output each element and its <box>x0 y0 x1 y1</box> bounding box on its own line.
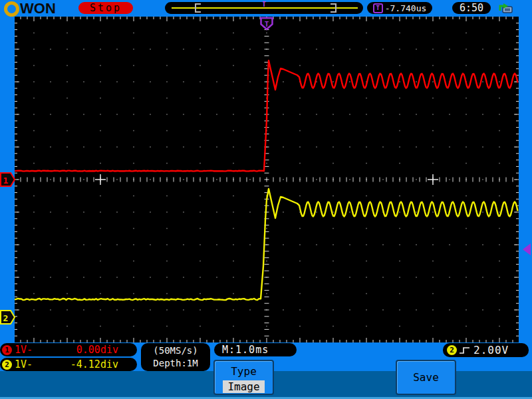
type-button-label: Type <box>231 365 257 378</box>
ch1-position: 0.00div <box>76 344 118 356</box>
rising-edge-icon <box>459 345 471 356</box>
sample-rate: (50MS/s) <box>153 344 198 357</box>
ch2-readout: 2 1V- -4.12div <box>0 358 137 371</box>
scope-display: 1 2 T <box>0 0 532 399</box>
ch1-position-marker: 1 <box>1 173 15 186</box>
trigger-mini-marker: T <box>262 1 266 8</box>
ch2-position: -4.12div <box>70 358 118 370</box>
trigger-offset-value: -7.740us <box>385 3 427 13</box>
memory-window-indicator: T <box>165 2 363 14</box>
trigger-offset-readout: T -7.740us <box>367 2 432 14</box>
ch2-scale: 1V- <box>15 358 33 370</box>
brand-ring-icon <box>4 1 19 17</box>
acquisition-readout: (50MS/s) Depth:1M <box>141 343 210 371</box>
trigger-t-icon: T <box>373 3 383 13</box>
ch1-badge: 1 <box>2 345 12 355</box>
ch2-marker-label: 2 <box>3 313 9 323</box>
brand-logo: WON <box>4 1 56 17</box>
ch2-badge: 2 <box>2 360 12 370</box>
type-softkey-button[interactable]: Type Image <box>213 360 274 395</box>
trigger-position-label: T <box>265 20 269 29</box>
memory-depth: Depth:1M <box>153 357 198 370</box>
trigger-level-value: 2.00V <box>473 344 509 356</box>
oscilloscope-screen: 1 2 T WON Stop T T -7.740us 6:50 1 1V- <box>0 0 532 399</box>
clock-readout: 6:50 <box>452 2 491 14</box>
save-button-label: Save <box>413 371 439 384</box>
trigger-source-badge: 2 <box>447 345 457 355</box>
run-state-badge: Stop <box>78 2 133 14</box>
trigger-readout: 2 2.00V <box>443 343 529 357</box>
window-left-bracket-icon <box>195 3 201 13</box>
brand-text: WON <box>20 0 56 17</box>
ch1-readout: 1 1V- 0.00div <box>0 343 137 356</box>
usb-save-icon <box>497 1 515 15</box>
ch2-position-marker: 2 <box>1 311 15 324</box>
timebase-readout: M:1.0ms <box>214 343 297 356</box>
type-button-value[interactable]: Image <box>223 380 264 393</box>
window-right-bracket-icon <box>331 3 336 13</box>
trigger-level-arrow-icon <box>523 243 531 255</box>
ch1-scale: 1V- <box>15 344 33 356</box>
ch1-marker-label: 1 <box>3 176 9 186</box>
save-softkey-button[interactable]: Save <box>396 360 456 395</box>
